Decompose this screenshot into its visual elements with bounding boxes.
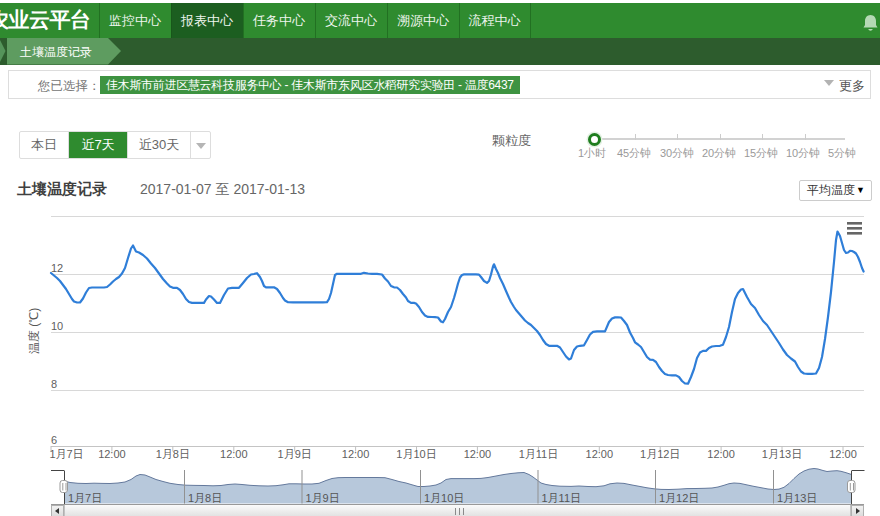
svg-text:12:00: 12:00: [342, 448, 370, 460]
svg-text:12:00: 12:00: [220, 448, 248, 460]
svg-text:10: 10: [51, 320, 63, 332]
svg-text:1月13日: 1月13日: [777, 492, 817, 504]
svg-text:1月8日: 1月8日: [156, 448, 190, 460]
svg-text:12:00: 12:00: [829, 448, 857, 460]
svg-text:12:00: 12:00: [586, 448, 614, 460]
svg-text:1月7日: 1月7日: [49, 448, 83, 460]
svg-text:1月11日: 1月11日: [519, 448, 559, 460]
svg-text:1月8日: 1月8日: [188, 492, 222, 504]
svg-text:1月9日: 1月9日: [278, 448, 312, 460]
svg-text:1月9日: 1月9日: [306, 492, 340, 504]
svg-text:1月13日: 1月13日: [762, 448, 802, 460]
svg-text:12:00: 12:00: [707, 448, 735, 460]
svg-text:12:00: 12:00: [98, 448, 126, 460]
svg-text:1月12日: 1月12日: [640, 448, 680, 460]
svg-text:8: 8: [51, 378, 57, 390]
svg-text:12: 12: [51, 262, 63, 274]
svg-text:1月10日: 1月10日: [424, 492, 464, 504]
svg-text:1月7日: 1月7日: [68, 492, 102, 504]
svg-text:1月10日: 1月10日: [396, 448, 436, 460]
svg-text:1月12日: 1月12日: [659, 492, 699, 504]
svg-text:1月11日: 1月11日: [542, 492, 582, 504]
svg-text:6: 6: [51, 434, 57, 446]
svg-text:12:00: 12:00: [464, 448, 492, 460]
svg-text:温度 (℃): 温度 (℃): [27, 308, 41, 354]
